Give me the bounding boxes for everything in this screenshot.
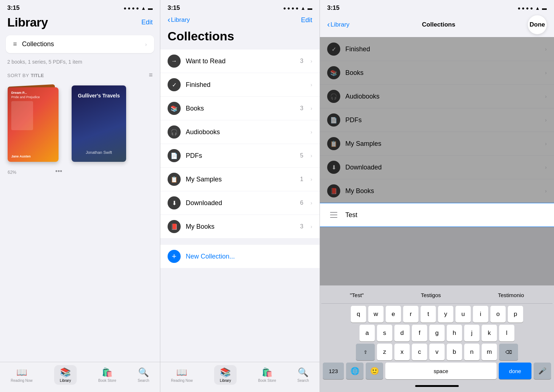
edit-audiobooks-chevron: › [545, 93, 547, 99]
key-u[interactable]: u [455, 306, 471, 323]
numbers-key[interactable]: 123 [323, 363, 344, 379]
key-c[interactable]: c [412, 344, 427, 360]
sort-label[interactable]: SORT BY TITLE [7, 72, 44, 79]
collection-audiobooks[interactable]: 🎧 Audiobooks › [160, 120, 320, 144]
collection-name-input[interactable] [345, 211, 547, 219]
tab-reading-now-2[interactable]: 📖 Reading Now [171, 367, 193, 383]
key-d[interactable]: d [394, 325, 410, 341]
done-keyboard-key[interactable]: done [499, 363, 531, 379]
key-j[interactable]: j [464, 325, 479, 341]
key-o[interactable]: o [490, 306, 506, 323]
collections-row[interactable]: ≡ Collections › [6, 35, 154, 53]
suggestion-testigos[interactable]: Testigos [417, 291, 445, 300]
battery-icon-3: ▬ [542, 5, 547, 11]
collection-finished[interactable]: ✓ Finished › [160, 73, 320, 97]
key-p[interactable]: p [508, 306, 523, 323]
key-z[interactable]: z [377, 344, 392, 360]
space-key[interactable]: space [385, 363, 497, 379]
library-info: 2 books, 1 series, 5 PDFs, 1 item [0, 56, 160, 69]
battery-icon-2: ▬ [308, 5, 312, 11]
tab-library-2[interactable]: 📚 Library [214, 365, 237, 385]
keyboard-row-3: ⇧ z x c v b n m ⌫ [321, 344, 553, 360]
edit-item-my-samples[interactable]: 📋 My Samples › [320, 132, 554, 156]
panel-library: 3:15 ● ● ● ● ▲ ▬ Library Edit ≡ Collecti… [0, 0, 160, 392]
edit-item-pdfs[interactable]: 📄 PDFs › [320, 108, 554, 132]
emoji-face-key[interactable]: 🙂 [366, 363, 383, 379]
done-button[interactable]: Done [528, 15, 547, 34]
key-w[interactable]: w [368, 306, 384, 323]
tab-reading-now-1[interactable]: 📖 Reading Now [11, 367, 33, 383]
edit-item-books[interactable]: 📚 Books › [320, 61, 554, 85]
tab-library-1[interactable]: 📚 Library [54, 365, 77, 385]
collection-books[interactable]: 📚 Books 3 › [160, 97, 320, 120]
back-library-button[interactable]: ‹ Library [168, 15, 190, 25]
wifi-icon-3: ▲ [535, 5, 540, 11]
downloaded-chevron: › [310, 200, 312, 206]
keyboard: "Test" Testigos Testimonio q w e r t y u… [320, 285, 554, 384]
back-label: Library [171, 16, 190, 24]
key-n[interactable]: n [464, 344, 479, 360]
edit-finished-label: Finished [345, 45, 540, 53]
collection-my-books[interactable]: 📕 My Books 3 › [160, 215, 320, 239]
collection-my-samples[interactable]: 📋 My Samples 1 › [160, 168, 320, 191]
edit-button-1[interactable]: Edit [141, 19, 153, 26]
svg-rect-0 [330, 212, 337, 213]
key-h[interactable]: h [447, 325, 462, 341]
key-g[interactable]: g [429, 325, 445, 341]
book-cover-stack: Dream P... Pride and Prejudice Jane Aust… [6, 85, 64, 165]
back-library-button-3[interactable]: ‹ Library [327, 20, 349, 29]
book-item-2[interactable]: Gulliver's Travels Jonathan Swift [70, 85, 128, 175]
bookstore-icon: 🛍️ [102, 367, 113, 377]
edit-item-finished[interactable]: ✓ Finished › [320, 37, 554, 61]
key-t[interactable]: t [421, 306, 436, 323]
edit-item-downloaded[interactable]: ⬇ Downloaded › [320, 156, 554, 179]
status-bar-1: 3:15 ● ● ● ● ▲ ▬ [0, 0, 160, 14]
key-s[interactable]: s [377, 325, 392, 341]
key-x[interactable]: x [394, 344, 410, 360]
tab-search-1[interactable]: 🔍 Search [138, 367, 149, 383]
edit-item-audiobooks[interactable]: 🎧 Audiobooks › [320, 85, 554, 108]
shift-key[interactable]: ⇧ [356, 344, 375, 360]
gulliver-author: Jonathan Swift [75, 150, 123, 155]
key-v[interactable]: v [429, 344, 445, 360]
key-a[interactable]: a [360, 325, 375, 341]
key-q[interactable]: q [351, 306, 366, 323]
grid-view-icon[interactable]: ≡ [149, 71, 153, 79]
suggestion-testimonio[interactable]: Testimonio [494, 291, 529, 300]
edit-item-my-books[interactable]: 📕 My Books › [320, 179, 554, 203]
collection-downloaded[interactable]: ⬇ Downloaded 6 › [160, 191, 320, 215]
key-e[interactable]: e [386, 306, 401, 323]
emoji-key[interactable]: 🌐 [346, 363, 364, 379]
key-f[interactable]: f [412, 325, 427, 341]
mic-key[interactable]: 🎤 [534, 363, 551, 379]
bookstore-label: Book Store [98, 379, 116, 383]
chevron-right-icon: › [145, 41, 147, 47]
suggestion-test[interactable]: "Test" [346, 291, 368, 300]
book-item-1[interactable]: Dream P... Pride and Prejudice Jane Aust… [6, 85, 64, 175]
samples-icon-circle: 📋 [168, 173, 181, 186]
tab-bookstore-1[interactable]: 🛍️ Book Store [98, 367, 116, 383]
key-r[interactable]: r [403, 306, 418, 323]
test-row[interactable] [320, 203, 554, 227]
key-b[interactable]: b [447, 344, 462, 360]
collection-want-to-read[interactable]: → Want to Read 3 › [160, 49, 320, 73]
collection-pdfs[interactable]: 📄 PDFs 5 › [160, 144, 320, 168]
key-i[interactable]: i [473, 306, 488, 323]
home-indicator [415, 385, 459, 387]
edit-button-2[interactable]: Edit [301, 16, 312, 24]
key-m[interactable]: m [482, 344, 497, 360]
key-k[interactable]: k [482, 325, 497, 341]
pdfs-count: 5 [300, 152, 303, 159]
battery-icon: ▬ [148, 5, 153, 11]
key-y[interactable]: y [438, 306, 453, 323]
key-l[interactable]: l [499, 325, 514, 341]
tab-search-2[interactable]: 🔍 Search [297, 367, 309, 383]
backspace-key[interactable]: ⌫ [499, 344, 518, 360]
tab-bookstore-2[interactable]: 🛍️ Book Store [258, 367, 276, 383]
my-books-label: My Books [186, 223, 295, 231]
svg-rect-1 [330, 215, 337, 215]
new-collection-button[interactable]: + New Collection... [160, 244, 320, 268]
status-bar-2: 3:15 ● ● ● ● ▲ ▬ [160, 0, 320, 14]
signal-icon: ● ● ● ● [124, 5, 139, 11]
book-more-icon[interactable]: ••• [55, 168, 62, 175]
